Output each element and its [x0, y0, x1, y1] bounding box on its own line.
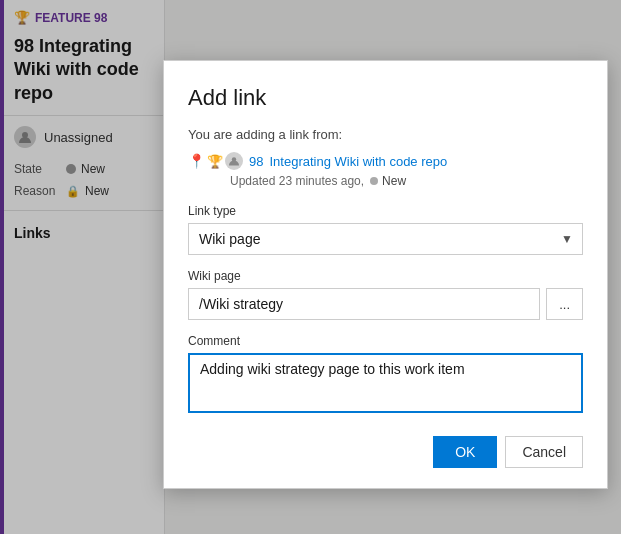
link-source: 📍 🏆 98 Integrating Wiki with code repo — [188, 152, 583, 170]
browse-button[interactable]: ... — [546, 288, 583, 320]
ok-button[interactable]: OK — [433, 436, 497, 468]
modal-footer: OK Cancel — [188, 436, 583, 468]
modal-subtitle: You are adding a link from: — [188, 127, 583, 142]
comment-group: Comment Adding wiki strategy page to thi… — [188, 334, 583, 416]
link-type-group: Link type Wiki page ▼ — [188, 204, 583, 255]
trophy-source-icon: 🏆 — [207, 154, 223, 169]
wiki-page-input[interactable] — [188, 288, 540, 320]
link-type-select[interactable]: Wiki page — [188, 223, 583, 255]
link-type-select-wrapper: Wiki page ▼ — [188, 223, 583, 255]
link-source-status: New — [370, 174, 406, 188]
link-source-updated: Updated 23 minutes ago, — [230, 174, 364, 188]
wiki-page-label: Wiki page — [188, 269, 583, 283]
link-source-id[interactable]: 98 — [249, 154, 263, 169]
wiki-page-row: ... — [188, 288, 583, 320]
new-status-dot — [370, 177, 378, 185]
link-type-label: Link type — [188, 204, 583, 218]
link-source-meta: Updated 23 minutes ago, New — [230, 174, 583, 188]
add-link-modal: Add link You are adding a link from: 📍 🏆… — [163, 60, 608, 489]
cancel-button[interactable]: Cancel — [505, 436, 583, 468]
modal-title: Add link — [188, 85, 583, 111]
new-status-text: New — [382, 174, 406, 188]
comment-textarea[interactable]: Adding wiki strategy page to this work i… — [188, 353, 583, 413]
person-source-icon — [225, 152, 243, 170]
wiki-page-group: Wiki page ... — [188, 269, 583, 320]
link-source-icons: 📍 🏆 — [188, 152, 243, 170]
link-source-title[interactable]: Integrating Wiki with code repo — [269, 154, 447, 169]
map-pin-icon: 📍 — [188, 153, 205, 169]
comment-label: Comment — [188, 334, 583, 348]
